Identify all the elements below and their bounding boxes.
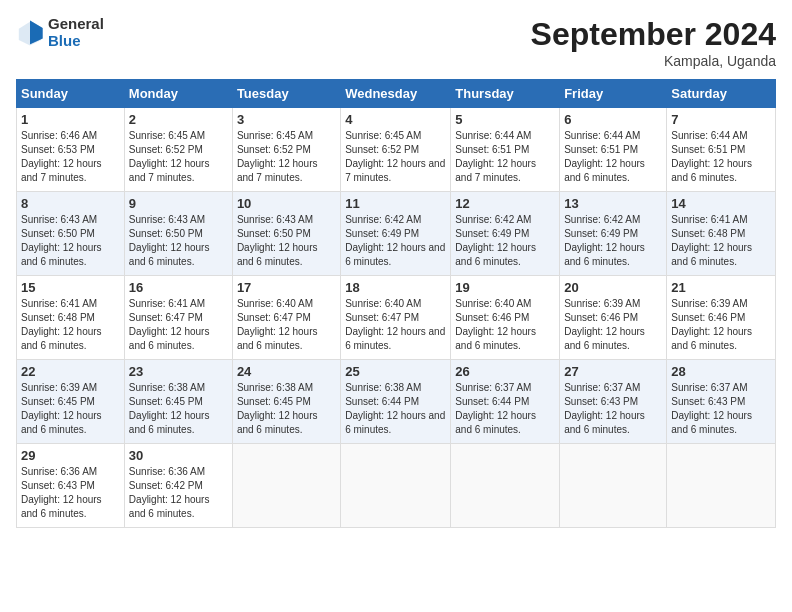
calendar-cell: 23 Sunrise: 6:38 AMSunset: 6:45 PMDaylig… xyxy=(124,360,232,444)
day-info: Sunrise: 6:38 AMSunset: 6:44 PMDaylight:… xyxy=(345,382,445,435)
day-number: 19 xyxy=(455,280,555,295)
day-number: 23 xyxy=(129,364,228,379)
calendar-cell: 26 Sunrise: 6:37 AMSunset: 6:44 PMDaylig… xyxy=(451,360,560,444)
header-sunday: Sunday xyxy=(17,80,125,108)
calendar-cell: 4 Sunrise: 6:45 AMSunset: 6:52 PMDayligh… xyxy=(341,108,451,192)
calendar-week-row: 15 Sunrise: 6:41 AMSunset: 6:48 PMDaylig… xyxy=(17,276,776,360)
day-number: 20 xyxy=(564,280,662,295)
day-info: Sunrise: 6:41 AMSunset: 6:47 PMDaylight:… xyxy=(129,298,210,351)
day-number: 1 xyxy=(21,112,120,127)
header-friday: Friday xyxy=(560,80,667,108)
calendar-cell: 16 Sunrise: 6:41 AMSunset: 6:47 PMDaylig… xyxy=(124,276,232,360)
calendar-cell: 10 Sunrise: 6:43 AMSunset: 6:50 PMDaylig… xyxy=(232,192,340,276)
header-wednesday: Wednesday xyxy=(341,80,451,108)
calendar-cell: 30 Sunrise: 6:36 AMSunset: 6:42 PMDaylig… xyxy=(124,444,232,528)
title-block: September 2024 Kampala, Uganda xyxy=(531,16,776,69)
day-number: 18 xyxy=(345,280,446,295)
day-number: 21 xyxy=(671,280,771,295)
calendar-cell: 19 Sunrise: 6:40 AMSunset: 6:46 PMDaylig… xyxy=(451,276,560,360)
day-number: 17 xyxy=(237,280,336,295)
day-info: Sunrise: 6:44 AMSunset: 6:51 PMDaylight:… xyxy=(564,130,645,183)
header-thursday: Thursday xyxy=(451,80,560,108)
day-info: Sunrise: 6:46 AMSunset: 6:53 PMDaylight:… xyxy=(21,130,102,183)
day-info: Sunrise: 6:41 AMSunset: 6:48 PMDaylight:… xyxy=(21,298,102,351)
calendar-cell: 8 Sunrise: 6:43 AMSunset: 6:50 PMDayligh… xyxy=(17,192,125,276)
calendar-cell: 3 Sunrise: 6:45 AMSunset: 6:52 PMDayligh… xyxy=(232,108,340,192)
calendar-cell xyxy=(232,444,340,528)
day-info: Sunrise: 6:43 AMSunset: 6:50 PMDaylight:… xyxy=(237,214,318,267)
day-info: Sunrise: 6:43 AMSunset: 6:50 PMDaylight:… xyxy=(129,214,210,267)
calendar-week-row: 1 Sunrise: 6:46 AMSunset: 6:53 PMDayligh… xyxy=(17,108,776,192)
logo-icon xyxy=(16,19,44,47)
day-number: 2 xyxy=(129,112,228,127)
day-number: 9 xyxy=(129,196,228,211)
day-info: Sunrise: 6:42 AMSunset: 6:49 PMDaylight:… xyxy=(455,214,536,267)
day-info: Sunrise: 6:39 AMSunset: 6:46 PMDaylight:… xyxy=(564,298,645,351)
day-number: 8 xyxy=(21,196,120,211)
calendar-week-row: 29 Sunrise: 6:36 AMSunset: 6:43 PMDaylig… xyxy=(17,444,776,528)
calendar-cell xyxy=(667,444,776,528)
day-number: 16 xyxy=(129,280,228,295)
calendar-cell: 14 Sunrise: 6:41 AMSunset: 6:48 PMDaylig… xyxy=(667,192,776,276)
day-number: 3 xyxy=(237,112,336,127)
day-info: Sunrise: 6:39 AMSunset: 6:45 PMDaylight:… xyxy=(21,382,102,435)
calendar-week-row: 8 Sunrise: 6:43 AMSunset: 6:50 PMDayligh… xyxy=(17,192,776,276)
day-info: Sunrise: 6:44 AMSunset: 6:51 PMDaylight:… xyxy=(455,130,536,183)
day-info: Sunrise: 6:38 AMSunset: 6:45 PMDaylight:… xyxy=(237,382,318,435)
calendar-cell: 29 Sunrise: 6:36 AMSunset: 6:43 PMDaylig… xyxy=(17,444,125,528)
day-info: Sunrise: 6:44 AMSunset: 6:51 PMDaylight:… xyxy=(671,130,752,183)
calendar-cell: 1 Sunrise: 6:46 AMSunset: 6:53 PMDayligh… xyxy=(17,108,125,192)
day-number: 22 xyxy=(21,364,120,379)
day-info: Sunrise: 6:38 AMSunset: 6:45 PMDaylight:… xyxy=(129,382,210,435)
day-info: Sunrise: 6:37 AMSunset: 6:44 PMDaylight:… xyxy=(455,382,536,435)
calendar-cell: 22 Sunrise: 6:39 AMSunset: 6:45 PMDaylig… xyxy=(17,360,125,444)
calendar-cell xyxy=(341,444,451,528)
calendar-cell: 6 Sunrise: 6:44 AMSunset: 6:51 PMDayligh… xyxy=(560,108,667,192)
calendar-cell: 24 Sunrise: 6:38 AMSunset: 6:45 PMDaylig… xyxy=(232,360,340,444)
day-info: Sunrise: 6:45 AMSunset: 6:52 PMDaylight:… xyxy=(345,130,445,183)
day-info: Sunrise: 6:43 AMSunset: 6:50 PMDaylight:… xyxy=(21,214,102,267)
svg-marker-2 xyxy=(30,20,43,44)
day-number: 12 xyxy=(455,196,555,211)
day-info: Sunrise: 6:42 AMSunset: 6:49 PMDaylight:… xyxy=(564,214,645,267)
location-subtitle: Kampala, Uganda xyxy=(531,53,776,69)
day-info: Sunrise: 6:45 AMSunset: 6:52 PMDaylight:… xyxy=(237,130,318,183)
logo-blue: Blue xyxy=(48,33,104,50)
calendar-cell: 2 Sunrise: 6:45 AMSunset: 6:52 PMDayligh… xyxy=(124,108,232,192)
calendar-week-row: 22 Sunrise: 6:39 AMSunset: 6:45 PMDaylig… xyxy=(17,360,776,444)
month-title: September 2024 xyxy=(531,16,776,53)
calendar-cell: 9 Sunrise: 6:43 AMSunset: 6:50 PMDayligh… xyxy=(124,192,232,276)
day-number: 28 xyxy=(671,364,771,379)
day-info: Sunrise: 6:40 AMSunset: 6:47 PMDaylight:… xyxy=(237,298,318,351)
calendar-table: SundayMondayTuesdayWednesdayThursdayFrid… xyxy=(16,79,776,528)
day-number: 30 xyxy=(129,448,228,463)
calendar-cell: 5 Sunrise: 6:44 AMSunset: 6:51 PMDayligh… xyxy=(451,108,560,192)
day-number: 24 xyxy=(237,364,336,379)
calendar-cell: 27 Sunrise: 6:37 AMSunset: 6:43 PMDaylig… xyxy=(560,360,667,444)
day-number: 15 xyxy=(21,280,120,295)
day-info: Sunrise: 6:45 AMSunset: 6:52 PMDaylight:… xyxy=(129,130,210,183)
header-saturday: Saturday xyxy=(667,80,776,108)
calendar-cell xyxy=(560,444,667,528)
calendar-cell: 12 Sunrise: 6:42 AMSunset: 6:49 PMDaylig… xyxy=(451,192,560,276)
calendar-cell: 28 Sunrise: 6:37 AMSunset: 6:43 PMDaylig… xyxy=(667,360,776,444)
day-number: 27 xyxy=(564,364,662,379)
day-number: 6 xyxy=(564,112,662,127)
day-number: 29 xyxy=(21,448,120,463)
calendar-cell xyxy=(451,444,560,528)
day-number: 14 xyxy=(671,196,771,211)
calendar-cell: 13 Sunrise: 6:42 AMSunset: 6:49 PMDaylig… xyxy=(560,192,667,276)
logo-text: General Blue xyxy=(48,16,104,49)
day-info: Sunrise: 6:37 AMSunset: 6:43 PMDaylight:… xyxy=(671,382,752,435)
day-info: Sunrise: 6:42 AMSunset: 6:49 PMDaylight:… xyxy=(345,214,445,267)
day-info: Sunrise: 6:39 AMSunset: 6:46 PMDaylight:… xyxy=(671,298,752,351)
page-header: General Blue September 2024 Kampala, Uga… xyxy=(16,16,776,69)
logo-general: General xyxy=(48,16,104,33)
header-monday: Monday xyxy=(124,80,232,108)
day-info: Sunrise: 6:40 AMSunset: 6:46 PMDaylight:… xyxy=(455,298,536,351)
calendar-cell: 25 Sunrise: 6:38 AMSunset: 6:44 PMDaylig… xyxy=(341,360,451,444)
day-info: Sunrise: 6:40 AMSunset: 6:47 PMDaylight:… xyxy=(345,298,445,351)
day-number: 11 xyxy=(345,196,446,211)
day-number: 13 xyxy=(564,196,662,211)
calendar-cell: 21 Sunrise: 6:39 AMSunset: 6:46 PMDaylig… xyxy=(667,276,776,360)
